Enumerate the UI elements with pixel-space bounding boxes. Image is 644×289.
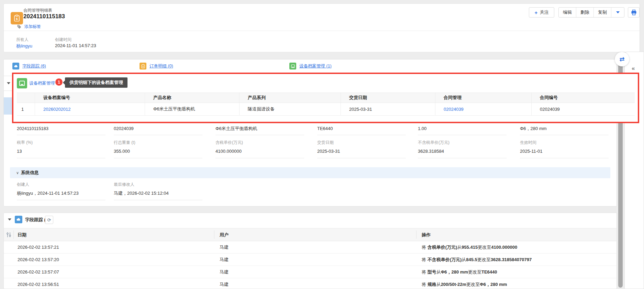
row-number-header <box>17 93 35 103</box>
detail-field: 生效时间2025-11-01 <box>520 139 609 158</box>
detail-field: 不含税单价(万元)3628.318584 <box>418 139 507 158</box>
related-tab-field-tracking[interactable]: 字段跟踪 (6) <box>12 63 46 69</box>
column-header[interactable]: 产品系列 <box>239 93 341 103</box>
screen: $ 合同管理明细表 2024110115183 添加标签 + 关注 编辑 删除 … <box>0 0 644 289</box>
field-label: 行总重量 (t) <box>114 139 202 148</box>
column-header-date[interactable]: 日期 <box>18 228 26 242</box>
field-value: TE6440 <box>317 125 406 135</box>
contract-object-icon: $ <box>11 12 23 24</box>
column-settings-icon[interactable] <box>6 232 12 238</box>
tab-label[interactable]: 设备档案管理 (1) <box>299 63 332 69</box>
history-date: 2026-02-02 13:57:07 <box>18 266 59 278</box>
field-value: 3628.318584 <box>418 148 507 158</box>
detail-field: Φ6米土压平衡盾构机 <box>215 125 304 135</box>
history-user: 马建 <box>220 266 229 278</box>
product-name-cell: Φ6米土压平衡盾构机 <box>145 103 239 115</box>
collapse-triangle-icon[interactable] <box>7 82 10 84</box>
refresh-icon: ⟳ <box>47 217 51 223</box>
add-tag-row: 添加标签 <box>17 24 41 30</box>
column-header[interactable]: 设备档案编号 <box>35 93 145 103</box>
detail-field: 02024039 <box>114 125 202 135</box>
history-row: 2026-02-02 13:57:07马建将 型号从Φ6，280 mm更改至TE… <box>4 266 617 278</box>
owner-link[interactable]: 杨lingyu <box>16 43 32 49</box>
column-header-user[interactable]: 用户 <box>220 228 229 242</box>
column-header[interactable]: 合同管理 <box>435 93 531 103</box>
field-label: 最后修改人 <box>114 181 202 190</box>
field-value: 355.000 <box>114 148 202 158</box>
history-date: 2026-02-02 13:56:51 <box>18 278 59 289</box>
delivery-date-cell: 2025-03-31 <box>341 103 435 115</box>
print-button[interactable] <box>628 7 640 18</box>
column-header-operation[interactable]: 操作 <box>422 228 431 242</box>
device-archive-table: 设备档案编号 产品名称 产品系列 交货日期 合同管理 合同编号 1 202602… <box>17 93 635 116</box>
system-info-title: 系统信息 <box>21 170 39 176</box>
field-value: 13 <box>17 148 106 158</box>
column-header[interactable]: 交货日期 <box>341 93 435 103</box>
related-tab-order-detail[interactable]: $ 订单明细 (0) <box>140 63 173 69</box>
history-table-header: 日期 用户 操作 <box>4 228 617 241</box>
created-time-value: 2024-11-01 14:57:23 <box>55 43 96 48</box>
field-value: 4100.000000 <box>215 148 304 158</box>
field-value: 杨lingyu，2024-11-01 14:57:23 <box>17 190 106 200</box>
field-value: Φ6米土压平衡盾构机 <box>215 125 304 135</box>
history-date: 2026-02-02 13:57:20 <box>18 254 59 266</box>
more-actions-button[interactable] <box>611 8 624 17</box>
detail-field: 交货日期2025-03-31 <box>317 139 406 158</box>
svg-text:$: $ <box>142 65 144 67</box>
column-divider <box>214 231 214 239</box>
history-row: 2026-02-02 13:57:21马建将 含税单价(万元)从955.415更… <box>4 241 617 254</box>
copy-button[interactable]: 复制 <box>594 8 611 17</box>
detail-field: TE6440 <box>317 125 406 135</box>
history-operation: 将 不含税单价(万元)从845.5更改至3628.318584070797 <box>422 254 532 266</box>
history-row: 2026-02-02 13:56:51马建将 规格从200/50t-22m更改至… <box>4 278 617 289</box>
plus-icon: + <box>535 10 538 15</box>
system-info-section-header[interactable]: ∨ 系统信息 <box>10 167 610 178</box>
add-tag-link[interactable]: 添加标签 <box>24 24 41 30</box>
tab-label[interactable]: 字段跟踪 (6) <box>22 63 46 69</box>
history-user: 马建 <box>220 241 229 253</box>
device-no-link[interactable]: 20260202012 <box>43 107 71 112</box>
contract-mgmt-link[interactable]: 02024039 <box>444 107 464 112</box>
chevron-down-icon <box>616 11 620 13</box>
header-divider <box>4 31 640 31</box>
delete-button[interactable]: 删除 <box>576 8 594 17</box>
field-label: 生效时间 <box>520 139 609 148</box>
collapse-triangle-icon[interactable] <box>8 218 11 221</box>
created-time-label: 创建时间 <box>55 37 71 43</box>
field-tracking-card: 字段跟踪 (6) ⟳ 日期 用户 操作 2026-02-02 13:57:21马… <box>3 213 617 289</box>
history-user: 马建 <box>220 254 229 266</box>
printer-icon <box>631 10 637 15</box>
detail-field: Φ6，280 mm <box>520 125 609 135</box>
device-archive-section-link[interactable]: 设备档案管理 <box>29 81 55 86</box>
refresh-button[interactable]: ⟳ <box>45 216 53 224</box>
field-label: 交货日期 <box>317 139 406 148</box>
record-header-card: $ 合同管理明细表 2024110115183 添加标签 + 关注 编辑 删除 … <box>3 3 640 52</box>
history-operation: 将 含税单价(万元)从955.415更改至4100.000000 <box>422 241 517 253</box>
annotation-tooltip: 供货明细下的设备档案管理 <box>65 77 127 88</box>
follow-button[interactable]: + 关注 <box>529 7 554 18</box>
field-value: 2024110115183 <box>17 125 106 135</box>
field-value-link[interactable]: 02024039 <box>114 125 202 135</box>
device-archive-icon <box>17 78 27 88</box>
tag-icon <box>17 24 22 29</box>
contract-no-cell: 02024039 <box>531 103 635 115</box>
highlighted-tab-fragment <box>4 97 13 115</box>
entity-type-label: 合同管理明细表 <box>23 8 52 13</box>
history-date: 2026-02-02 13:57:21 <box>18 241 59 253</box>
column-divider <box>416 231 417 239</box>
product-series-cell: 隧道掘进设备 <box>239 103 341 115</box>
cloud-icon <box>12 63 19 69</box>
field-label: 含税单价(万元) <box>215 139 304 148</box>
swap-layout-button[interactable]: ⇄ <box>615 52 629 66</box>
expand-panel-icon[interactable]: « <box>632 65 634 72</box>
column-header[interactable]: 合同编号 <box>531 93 635 103</box>
edit-button[interactable]: 编辑 <box>559 8 576 17</box>
table-row: 1 20260202012 Φ6米土压平衡盾构机 隧道掘进设备 2025-03-… <box>17 103 635 116</box>
related-tab-device-archive[interactable]: 设备档案管理 (1) <box>289 63 332 69</box>
field-label: 不含税单价(万元) <box>418 139 507 148</box>
cloud-icon <box>15 216 22 223</box>
column-divider <box>13 231 14 239</box>
tab-label[interactable]: 订单明细 (0) <box>149 63 173 69</box>
field-label: 创建人 <box>17 181 106 190</box>
column-header[interactable]: 产品名称 <box>145 93 239 103</box>
